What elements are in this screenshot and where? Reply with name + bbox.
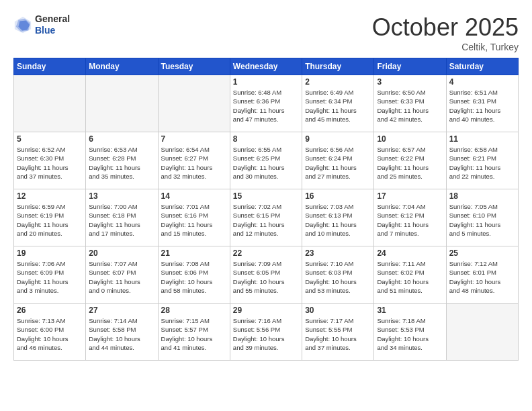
calendar-cell: 14Sunrise: 7:01 AM Sunset: 6:16 PM Dayli… xyxy=(158,189,230,246)
day-info: Sunrise: 6:53 AM Sunset: 6:28 PM Dayligh… xyxy=(89,145,154,181)
calendar-cell: 1Sunrise: 6:48 AM Sunset: 6:36 PM Daylig… xyxy=(230,75,302,132)
day-info: Sunrise: 7:10 AM Sunset: 6:03 PM Dayligh… xyxy=(305,259,371,295)
week-row-2: 5Sunrise: 6:52 AM Sunset: 6:30 PM Daylig… xyxy=(14,132,519,189)
calendar-cell: 10Sunrise: 6:57 AM Sunset: 6:22 PM Dayli… xyxy=(374,132,446,189)
title-area: October 2025 Celtik, Turkey xyxy=(372,13,519,52)
calendar-cell: 5Sunrise: 6:52 AM Sunset: 6:30 PM Daylig… xyxy=(14,132,86,189)
calendar-cell: 12Sunrise: 6:59 AM Sunset: 6:19 PM Dayli… xyxy=(14,189,86,246)
day-number: 16 xyxy=(305,191,371,201)
calendar-cell: 7Sunrise: 6:54 AM Sunset: 6:27 PM Daylig… xyxy=(158,132,230,189)
calendar-cell: 24Sunrise: 7:11 AM Sunset: 6:02 PM Dayli… xyxy=(374,246,446,304)
day-number: 12 xyxy=(17,191,83,201)
week-row-5: 26Sunrise: 7:13 AM Sunset: 6:00 PM Dayli… xyxy=(14,304,519,361)
day-number: 4 xyxy=(449,77,515,87)
calendar-table: SundayMondayTuesdayWednesdayThursdayFrid… xyxy=(13,58,519,361)
calendar-cell: 19Sunrise: 7:06 AM Sunset: 6:09 PM Dayli… xyxy=(14,246,86,304)
weekday-header-thursday: Thursday xyxy=(302,58,374,75)
calendar-cell: 23Sunrise: 7:10 AM Sunset: 6:03 PM Dayli… xyxy=(302,246,374,304)
logo-icon xyxy=(13,15,32,34)
day-number: 31 xyxy=(377,306,443,315)
day-info: Sunrise: 6:52 AM Sunset: 6:30 PM Dayligh… xyxy=(17,145,83,181)
calendar-cell: 27Sunrise: 7:14 AM Sunset: 5:58 PM Dayli… xyxy=(86,304,158,361)
day-number: 2 xyxy=(305,77,371,87)
day-number: 30 xyxy=(305,306,371,315)
calendar-cell: 17Sunrise: 7:04 AM Sunset: 6:12 PM Dayli… xyxy=(374,189,446,246)
day-info: Sunrise: 7:05 AM Sunset: 6:10 PM Dayligh… xyxy=(449,202,515,238)
calendar-cell: 26Sunrise: 7:13 AM Sunset: 6:00 PM Dayli… xyxy=(14,304,86,361)
calendar-cell xyxy=(86,75,158,132)
day-number: 15 xyxy=(233,191,299,201)
calendar-cell: 21Sunrise: 7:08 AM Sunset: 6:06 PM Dayli… xyxy=(158,246,230,304)
day-number: 18 xyxy=(449,191,515,201)
calendar-cell xyxy=(158,75,230,132)
day-info: Sunrise: 7:04 AM Sunset: 6:12 PM Dayligh… xyxy=(377,202,443,238)
logo-general-text: General xyxy=(35,13,70,25)
day-number: 3 xyxy=(377,77,443,87)
calendar-cell: 29Sunrise: 7:16 AM Sunset: 5:56 PM Dayli… xyxy=(230,304,302,361)
calendar-cell: 8Sunrise: 6:55 AM Sunset: 6:25 PM Daylig… xyxy=(230,132,302,189)
calendar-cell: 13Sunrise: 7:00 AM Sunset: 6:18 PM Dayli… xyxy=(86,189,158,246)
day-number: 6 xyxy=(89,134,154,144)
weekday-header-tuesday: Tuesday xyxy=(158,58,230,75)
day-info: Sunrise: 6:48 AM Sunset: 6:36 PM Dayligh… xyxy=(233,88,299,124)
day-number: 17 xyxy=(377,191,443,201)
calendar-cell: 16Sunrise: 7:03 AM Sunset: 6:13 PM Dayli… xyxy=(302,189,374,246)
day-info: Sunrise: 6:50 AM Sunset: 6:33 PM Dayligh… xyxy=(377,88,443,124)
calendar-cell: 9Sunrise: 6:56 AM Sunset: 6:24 PM Daylig… xyxy=(302,132,374,189)
day-info: Sunrise: 7:14 AM Sunset: 5:58 PM Dayligh… xyxy=(89,316,154,352)
day-number: 9 xyxy=(305,134,371,144)
calendar-cell xyxy=(14,75,86,132)
day-info: Sunrise: 7:07 AM Sunset: 6:07 PM Dayligh… xyxy=(89,259,154,295)
day-info: Sunrise: 6:58 AM Sunset: 6:21 PM Dayligh… xyxy=(449,145,515,181)
day-info: Sunrise: 6:55 AM Sunset: 6:25 PM Dayligh… xyxy=(233,145,299,181)
day-info: Sunrise: 7:17 AM Sunset: 5:55 PM Dayligh… xyxy=(305,316,371,352)
page-header: General Blue October 2025 Celtik, Turkey xyxy=(13,13,519,52)
day-number: 19 xyxy=(17,248,83,258)
day-info: Sunrise: 7:03 AM Sunset: 6:13 PM Dayligh… xyxy=(305,202,371,238)
calendar-cell: 31Sunrise: 7:18 AM Sunset: 5:53 PM Dayli… xyxy=(374,304,446,361)
day-info: Sunrise: 7:16 AM Sunset: 5:56 PM Dayligh… xyxy=(233,316,299,352)
calendar-cell: 28Sunrise: 7:15 AM Sunset: 5:57 PM Dayli… xyxy=(158,304,230,361)
month-title: October 2025 xyxy=(372,13,519,42)
day-info: Sunrise: 7:12 AM Sunset: 6:01 PM Dayligh… xyxy=(449,259,515,295)
calendar-cell: 20Sunrise: 7:07 AM Sunset: 6:07 PM Dayli… xyxy=(86,246,158,304)
week-row-1: 1Sunrise: 6:48 AM Sunset: 6:36 PM Daylig… xyxy=(14,75,519,132)
day-number: 7 xyxy=(161,134,227,144)
calendar-cell: 3Sunrise: 6:50 AM Sunset: 6:33 PM Daylig… xyxy=(374,75,446,132)
day-number: 14 xyxy=(161,191,227,201)
calendar-cell: 11Sunrise: 6:58 AM Sunset: 6:21 PM Dayli… xyxy=(446,132,518,189)
day-info: Sunrise: 7:06 AM Sunset: 6:09 PM Dayligh… xyxy=(17,259,83,295)
day-number: 26 xyxy=(17,306,83,315)
day-info: Sunrise: 7:11 AM Sunset: 6:02 PM Dayligh… xyxy=(377,259,443,295)
day-info: Sunrise: 6:49 AM Sunset: 6:34 PM Dayligh… xyxy=(305,88,371,124)
logo-blue-text: Blue xyxy=(35,25,70,36)
calendar-cell: 30Sunrise: 7:17 AM Sunset: 5:55 PM Dayli… xyxy=(302,304,374,361)
weekday-header-monday: Monday xyxy=(86,58,158,75)
day-number: 22 xyxy=(233,248,299,258)
day-number: 11 xyxy=(449,134,515,144)
week-row-4: 19Sunrise: 7:06 AM Sunset: 6:09 PM Dayli… xyxy=(14,246,519,304)
weekday-header-saturday: Saturday xyxy=(446,58,518,75)
day-info: Sunrise: 6:57 AM Sunset: 6:22 PM Dayligh… xyxy=(377,145,443,181)
calendar-cell: 18Sunrise: 7:05 AM Sunset: 6:10 PM Dayli… xyxy=(446,189,518,246)
calendar-cell xyxy=(446,304,518,361)
calendar-cell: 25Sunrise: 7:12 AM Sunset: 6:01 PM Dayli… xyxy=(446,246,518,304)
calendar-cell: 15Sunrise: 7:02 AM Sunset: 6:15 PM Dayli… xyxy=(230,189,302,246)
day-info: Sunrise: 7:15 AM Sunset: 5:57 PM Dayligh… xyxy=(161,316,227,352)
day-number: 23 xyxy=(305,248,371,258)
day-number: 25 xyxy=(449,248,515,258)
weekday-header-friday: Friday xyxy=(374,58,446,75)
day-info: Sunrise: 6:56 AM Sunset: 6:24 PM Dayligh… xyxy=(305,145,371,181)
day-info: Sunrise: 6:54 AM Sunset: 6:27 PM Dayligh… xyxy=(161,145,227,181)
day-number: 21 xyxy=(161,248,227,258)
weekday-header-sunday: Sunday xyxy=(14,58,86,75)
day-number: 5 xyxy=(17,134,83,144)
day-info: Sunrise: 6:59 AM Sunset: 6:19 PM Dayligh… xyxy=(17,202,83,238)
day-info: Sunrise: 7:08 AM Sunset: 6:06 PM Dayligh… xyxy=(161,259,227,295)
day-number: 29 xyxy=(233,306,299,315)
day-number: 1 xyxy=(233,77,299,87)
day-info: Sunrise: 7:13 AM Sunset: 6:00 PM Dayligh… xyxy=(17,316,83,352)
weekday-header-wednesday: Wednesday xyxy=(230,58,302,75)
day-info: Sunrise: 7:02 AM Sunset: 6:15 PM Dayligh… xyxy=(233,202,299,238)
day-info: Sunrise: 7:09 AM Sunset: 6:05 PM Dayligh… xyxy=(233,259,299,295)
